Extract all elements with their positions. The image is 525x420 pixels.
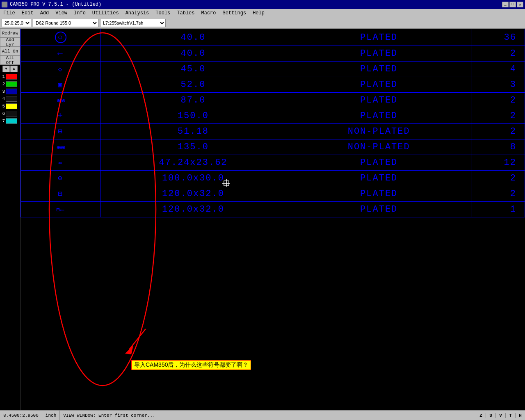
zoom-select[interactable]: 25,0:25,0 [2, 19, 31, 27]
drill-table: ○ 40.0 PLATED 36 ⟵ 40.0 PLATED 2 [21, 29, 525, 217]
drill-select[interactable]: D62 Round 155.0 [33, 19, 98, 27]
key-t[interactable]: T [505, 413, 515, 418]
all-off-button[interactable]: All Off [0, 56, 20, 65]
count-cell: 36 [472, 29, 525, 46]
menu-item-utilities[interactable]: Utilities [89, 9, 122, 17]
app-icon [2, 2, 7, 7]
table-row: ○ 40.0 PLATED 36 [21, 29, 525, 46]
count-cell: 2 [472, 186, 525, 202]
menu-bar: FileEditAddViewInfoUtilitiesAnalysisTool… [0, 9, 525, 17]
move-down-button[interactable]: ▼ [2, 66, 10, 72]
status-bar: 8.4500:2.9500 inch VIEW WINDOW: Enter fi… [0, 410, 525, 420]
layer-color-7 [6, 118, 17, 124]
layer-row-5[interactable]: 5 [0, 103, 20, 110]
left-panel: Redraw Add Lyr All On All Off ▼ ▲ 1 2 3 … [0, 29, 21, 410]
toolbar: 25,0:25,0 D62 Round 155.0 L7:255switchV1… [0, 17, 525, 29]
menu-item-analysis[interactable]: Analysis [122, 9, 153, 17]
table-row: ⊞ 51.18 NON-PLATED 2 [21, 124, 525, 139]
layer-num-2: 2 [0, 82, 6, 87]
table-row: ⊟⟵ 120.0x32.0 PLATED 1 [21, 202, 525, 217]
key-z[interactable]: Z [476, 413, 486, 418]
svg-marker-5 [125, 345, 133, 354]
status-message: VIEW WINDOW: Enter first corner... [60, 411, 476, 420]
table-row: ⊕⊕⊕ 135.0 NON-PLATED 8 [21, 139, 525, 155]
arrow-annotation [121, 325, 154, 358]
plate-cell: NON-PLATED [286, 124, 472, 139]
layer-row-6[interactable]: 6 [0, 110, 20, 117]
plate-cell: PLATED [286, 93, 472, 108]
size-cell: 40.0 [100, 29, 286, 46]
move-up-button[interactable]: ▲ [10, 66, 18, 72]
layer-num-6: 6 [0, 111, 6, 116]
plate-cell: PLATED [286, 29, 472, 46]
size-cell: 52.0 [100, 77, 286, 93]
symbol-cell: ○ [21, 29, 100, 46]
maximize-button[interactable]: □ [509, 2, 516, 7]
unit-display: inch [42, 411, 60, 420]
key-v[interactable]: V [495, 413, 505, 418]
move-buttons: ▼ ▲ [0, 66, 20, 72]
symbol-cell: ⊕⊕⊕ [21, 93, 100, 108]
title-bar-left: CAM350 PRO V 7.5.1 - (Untitled) [2, 2, 101, 7]
menu-item-view[interactable]: View [52, 9, 71, 17]
count-cell: 1 [472, 202, 525, 217]
plate-cell: NON-PLATED [286, 139, 472, 155]
menu-item-file[interactable]: File [0, 9, 18, 17]
all-on-button[interactable]: All On [0, 47, 20, 56]
layer-row-3[interactable]: 3 [0, 88, 20, 95]
count-cell: 2 [472, 171, 525, 186]
size-cell: 51.18 [100, 124, 286, 139]
layer-row-4[interactable]: 4 [0, 95, 20, 103]
size-cell: 150.0 [100, 108, 286, 124]
count-cell: 2 [472, 46, 525, 62]
canvas-area[interactable]: ○ 40.0 PLATED 36 ⟵ 40.0 PLATED 2 [21, 29, 525, 410]
plate-cell: PLATED [286, 62, 472, 77]
window-controls[interactable]: _ □ ✕ [502, 2, 523, 7]
menu-item-help[interactable]: Help [249, 9, 268, 17]
menu-item-macro[interactable]: Macro [198, 9, 219, 17]
menu-item-info[interactable]: Info [71, 9, 89, 17]
redraw-button[interactable]: Redraw [0, 29, 20, 38]
size-cell: 87.0 [100, 93, 286, 108]
layer-num-1: 1 [0, 74, 6, 79]
key-h[interactable]: H [515, 413, 525, 418]
menu-item-edit[interactable]: Edit [18, 9, 37, 17]
plate-cell: PLATED [286, 46, 472, 62]
close-button[interactable]: ✕ [517, 2, 523, 7]
layer-row-7[interactable]: 7 [0, 117, 20, 125]
menu-item-add[interactable]: Add [37, 9, 52, 17]
symbol-cell: ⟵ [21, 46, 100, 62]
key-s[interactable]: S [486, 413, 495, 418]
layer-list: 1 2 3 4 5 6 7 [0, 73, 20, 125]
menu-item-tables[interactable]: Tables [173, 9, 198, 17]
size-cell: 47.24x23.62 [100, 155, 286, 171]
add-layer-button[interactable]: Add Lyr [0, 38, 20, 47]
layer-row-2[interactable]: 2 [0, 80, 20, 88]
table-row: ⊕⊕⊕ 87.0 PLATED 2 [21, 93, 525, 108]
table-row: ⊟ 120.0x32.0 PLATED 2 [21, 186, 525, 202]
count-cell: 2 [472, 93, 525, 108]
blank-layers [0, 125, 20, 410]
layer-row-1[interactable]: 1 [0, 73, 20, 80]
layer-color-4 [6, 96, 17, 102]
count-cell: 2 [472, 124, 525, 139]
table-row: ⟵ 40.0 PLATED 2 [21, 46, 525, 62]
drill-table-body: ○ 40.0 PLATED 36 ⟵ 40.0 PLATED 2 [21, 29, 525, 217]
coordinates-display: 8.4500:2.9500 [0, 411, 42, 420]
size-cell: 120.0x32.0 [100, 186, 286, 202]
title-bar: CAM350 PRO V 7.5.1 - (Untitled) _ □ ✕ [0, 0, 525, 9]
symbol-cell: ⊖ [21, 171, 100, 186]
menu-item-settings[interactable]: Settings [219, 9, 250, 17]
size-cell: 100.0x30.0 [100, 171, 286, 186]
size-cell: 135.0 [100, 139, 286, 155]
layer-color-2 [6, 81, 17, 87]
size-cell: 120.0x32.0 [100, 202, 286, 217]
layer-select[interactable]: L7:255switchV1.7sh [100, 19, 166, 27]
table-row: ⊖ 100.0x30.0 PLATED 2 [21, 171, 525, 186]
table-row: + 150.0 PLATED 2 [21, 108, 525, 124]
symbol-cell: ⇐ [21, 155, 100, 171]
table-row: ◇ 45.0 PLATED 4 [21, 62, 525, 77]
minimize-button[interactable]: _ [502, 2, 509, 7]
symbol-cell: ◇ [21, 62, 100, 77]
menu-item-tools[interactable]: Tools [152, 9, 173, 17]
